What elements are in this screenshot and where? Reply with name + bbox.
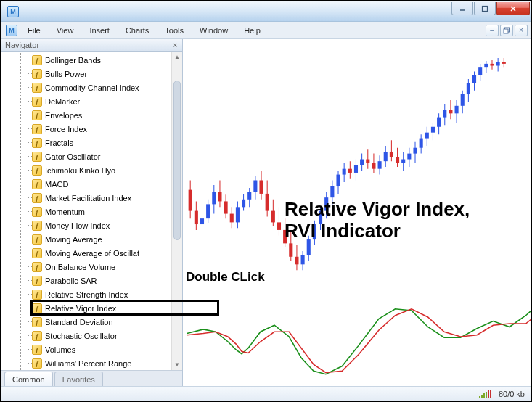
svg-rect-83 (413, 148, 417, 154)
indicator-icon: f (32, 124, 42, 134)
indicator-icon: f (32, 248, 42, 258)
svg-rect-17 (218, 192, 221, 201)
indicator-item[interactable]: fVolumes (9, 342, 171, 356)
indicator-icon: f (32, 97, 42, 107)
indicator-icon: f (32, 110, 42, 120)
indicator-icon: f (32, 83, 42, 93)
svg-rect-59 (343, 169, 346, 175)
indicator-item[interactable]: fStochastic Oscillator (9, 329, 171, 342)
indicator-icon: f (32, 234, 42, 245)
indicator-item[interactable]: fParabolic SAR (9, 274, 171, 287)
scroll-up-button[interactable]: ▲ (172, 52, 182, 62)
svg-rect-33 (266, 194, 269, 211)
indicator-item[interactable]: fMACD (9, 177, 171, 191)
annotation-double-click: Double CLick (186, 270, 265, 284)
indicator-icon: f (32, 193, 42, 203)
doc-icon: M (6, 25, 17, 36)
doc-minimize-button[interactable]: – (486, 25, 499, 36)
indicator-item[interactable]: fMoving Average of Oscillat (9, 246, 171, 260)
indicator-label: Stochastic Oscillator (45, 332, 118, 340)
indicator-item[interactable]: fDeMarker (9, 94, 171, 108)
titlebar[interactable]: M (1, 1, 531, 22)
menu-help[interactable]: Help (237, 24, 268, 37)
svg-rect-75 (390, 152, 393, 157)
menubar: M File View Insert Charts Tools Window H… (1, 22, 531, 39)
svg-rect-101 (467, 83, 470, 94)
indicator-item[interactable]: fMoney Flow Index (9, 218, 171, 232)
indicator-item[interactable]: fBollinger Bands (9, 53, 171, 67)
indicator-label: Bollinger Bands (45, 56, 101, 65)
indicator-label: Force Index (45, 125, 87, 134)
svg-rect-23 (236, 207, 240, 222)
indicator-item[interactable]: fBulls Power (9, 67, 171, 81)
svg-rect-81 (407, 154, 411, 160)
indicator-item[interactable]: fMarket Facilitation Index (9, 191, 171, 205)
menu-file[interactable]: File (20, 24, 48, 37)
svg-rect-91 (437, 118, 441, 127)
svg-rect-41 (289, 243, 292, 256)
navigator-tree[interactable]: fBollinger BandsfBulls PowerfCommodity C… (1, 52, 182, 370)
doc-close-button[interactable]: × (515, 25, 528, 36)
indicator-item[interactable]: fStandard Deviation (9, 315, 171, 329)
indicator-label: Fractals (45, 139, 73, 147)
indicator-item[interactable]: fForce Index (9, 122, 171, 136)
svg-rect-43 (295, 257, 298, 265)
svg-rect-19 (224, 201, 228, 213)
navigator-tab-common[interactable]: Common (4, 372, 53, 386)
doc-restore-button[interactable] (500, 25, 513, 36)
indicator-item[interactable]: fMoving Average (9, 232, 171, 246)
indicator-label: On Balance Volume (45, 263, 115, 271)
svg-rect-97 (455, 106, 459, 114)
window-maximize-button[interactable] (474, 2, 496, 15)
indicator-icon: f (32, 345, 42, 355)
navigator-scrollbar[interactable]: ▲ ▼ (171, 52, 182, 370)
indicator-item[interactable]: fFractals (9, 136, 171, 149)
chart-area[interactable]: Relative Vigor Index, RVI Indicator Doub… (183, 39, 531, 386)
scroll-down-button[interactable]: ▼ (172, 359, 182, 370)
svg-rect-107 (484, 64, 488, 67)
indicator-label: Market Facilitation Index (45, 194, 131, 202)
indicator-item[interactable]: fCommodity Channel Index (9, 81, 171, 94)
menu-window[interactable]: Window (192, 24, 235, 37)
menu-view[interactable]: View (49, 24, 81, 37)
indicator-item[interactable]: fWilliams' Percent Range (9, 356, 171, 370)
menu-tools[interactable]: Tools (157, 24, 191, 37)
window-minimize-button[interactable] (451, 2, 473, 15)
indicator-label: Gator Oscillator (45, 152, 100, 161)
svg-rect-95 (449, 110, 452, 113)
indicator-label: Envelopes (45, 111, 82, 120)
indicator-icon: f (32, 179, 42, 189)
indicator-icon: f (32, 276, 42, 286)
indicator-label: Relative Vigor Index (45, 304, 116, 313)
svg-rect-93 (443, 110, 446, 118)
indicator-item[interactable]: fGator Oscillator (9, 149, 171, 163)
svg-rect-15 (212, 192, 216, 204)
indicator-icon: f (32, 55, 42, 65)
indicator-item[interactable]: fMomentum (9, 205, 171, 218)
indicator-label: Money Flow Index (45, 221, 110, 230)
svg-rect-25 (242, 200, 245, 208)
svg-rect-69 (372, 163, 375, 169)
window-close-button[interactable] (496, 2, 530, 15)
scroll-thumb[interactable] (173, 81, 181, 240)
indicator-label: Relative Strength Index (45, 290, 128, 299)
navigator-close-button[interactable]: × (171, 41, 180, 50)
indicator-label: Momentum (45, 208, 85, 216)
annotation-title: Relative Vigor Index, RVI Indicator (285, 199, 470, 242)
svg-rect-103 (472, 75, 476, 83)
indicator-item[interactable]: fOn Balance Volume (9, 260, 171, 274)
menu-insert[interactable]: Insert (82, 24, 117, 37)
indicator-icon: f (32, 138, 42, 148)
indicator-item[interactable]: fIchimoku Kinko Hyo (9, 163, 171, 177)
svg-rect-5 (504, 29, 508, 33)
menu-charts[interactable]: Charts (118, 24, 156, 37)
svg-rect-85 (420, 139, 423, 148)
indicator-item[interactable]: fRelative Vigor Index (9, 301, 171, 315)
indicator-item[interactable]: fRelative Strength Index (9, 287, 171, 301)
indicator-icon: f (32, 303, 42, 313)
navigator-tab-favorites[interactable]: Favorites (54, 372, 103, 386)
indicator-item[interactable]: fEnvelopes (9, 108, 171, 122)
svg-rect-99 (461, 94, 465, 106)
svg-rect-65 (360, 160, 364, 165)
svg-rect-37 (277, 222, 281, 230)
